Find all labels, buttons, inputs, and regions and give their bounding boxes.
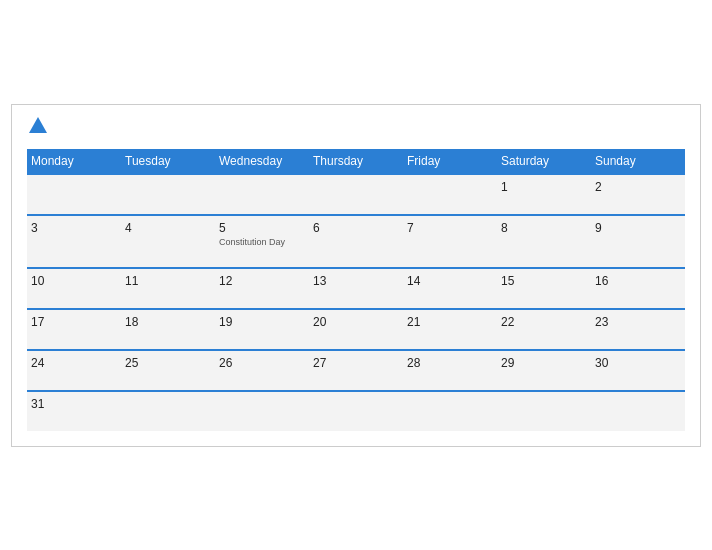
weekday-header: Saturday: [497, 149, 591, 174]
weekday-header: Tuesday: [121, 149, 215, 174]
day-number: 17: [31, 315, 117, 329]
day-number: 12: [219, 274, 305, 288]
day-number: 19: [219, 315, 305, 329]
calendar-cell: 22: [497, 309, 591, 350]
calendar-cell: 27: [309, 350, 403, 391]
calendar-cell: 1: [497, 174, 591, 215]
weekday-header: Monday: [27, 149, 121, 174]
calendar-cell: 23: [591, 309, 685, 350]
calendar-cell: 25: [121, 350, 215, 391]
calendar-cell: [309, 174, 403, 215]
calendar-table: MondayTuesdayWednesdayThursdayFridaySatu…: [27, 149, 685, 431]
day-number: 2: [595, 180, 681, 194]
calendar-cell: 28: [403, 350, 497, 391]
calendar-cell: 3: [27, 215, 121, 268]
calendar-cell: 9: [591, 215, 685, 268]
calendar-cell: 15: [497, 268, 591, 309]
calendar-cell: 31: [27, 391, 121, 431]
day-number: 15: [501, 274, 587, 288]
day-number: 4: [125, 221, 211, 235]
day-number: 22: [501, 315, 587, 329]
calendar-week-row: 345Constitution Day6789: [27, 215, 685, 268]
calendar-cell: 2: [591, 174, 685, 215]
day-number: 5: [219, 221, 305, 235]
calendar-cell: 6: [309, 215, 403, 268]
calendar-cell: 21: [403, 309, 497, 350]
calendar-cell: 29: [497, 350, 591, 391]
calendar-cell: 11: [121, 268, 215, 309]
day-number: 7: [407, 221, 493, 235]
calendar-cell: [309, 391, 403, 431]
calendar-cell: [591, 391, 685, 431]
calendar-cell: 24: [27, 350, 121, 391]
calendar-week-row: 24252627282930: [27, 350, 685, 391]
calendar-cell: [215, 391, 309, 431]
day-number: 11: [125, 274, 211, 288]
calendar-cell: [121, 391, 215, 431]
day-number: 1: [501, 180, 587, 194]
day-number: 18: [125, 315, 211, 329]
day-number: 28: [407, 356, 493, 370]
day-number: 23: [595, 315, 681, 329]
calendar-cell: 20: [309, 309, 403, 350]
logo: [27, 115, 53, 141]
weekday-header: Sunday: [591, 149, 685, 174]
calendar-container: MondayTuesdayWednesdayThursdayFridaySatu…: [11, 104, 701, 447]
calendar-cell: 12: [215, 268, 309, 309]
calendar-cell: 14: [403, 268, 497, 309]
calendar-cell: 4: [121, 215, 215, 268]
calendar-cell: [403, 174, 497, 215]
svg-marker-0: [29, 117, 47, 133]
event-label: Constitution Day: [219, 237, 305, 247]
calendar-cell: 30: [591, 350, 685, 391]
calendar-week-row: 31: [27, 391, 685, 431]
calendar-cell: 16: [591, 268, 685, 309]
calendar-cell: [215, 174, 309, 215]
day-number: 13: [313, 274, 399, 288]
calendar-cell: 18: [121, 309, 215, 350]
day-number: 24: [31, 356, 117, 370]
weekday-header: Friday: [403, 149, 497, 174]
calendar-cell: 26: [215, 350, 309, 391]
day-number: 16: [595, 274, 681, 288]
day-number: 31: [31, 397, 117, 411]
calendar-cell: [121, 174, 215, 215]
day-number: 29: [501, 356, 587, 370]
day-number: 14: [407, 274, 493, 288]
day-number: 20: [313, 315, 399, 329]
day-number: 21: [407, 315, 493, 329]
day-number: 25: [125, 356, 211, 370]
day-number: 27: [313, 356, 399, 370]
weekday-header: Wednesday: [215, 149, 309, 174]
calendar-cell: 19: [215, 309, 309, 350]
logo-icon: [27, 115, 49, 137]
calendar-cell: 8: [497, 215, 591, 268]
calendar-header: [27, 115, 685, 141]
calendar-cell: [27, 174, 121, 215]
calendar-week-row: 17181920212223: [27, 309, 685, 350]
calendar-cell: 13: [309, 268, 403, 309]
day-number: 6: [313, 221, 399, 235]
calendar-cell: 17: [27, 309, 121, 350]
day-number: 30: [595, 356, 681, 370]
day-number: 8: [501, 221, 587, 235]
day-number: 10: [31, 274, 117, 288]
day-number: 26: [219, 356, 305, 370]
calendar-week-row: 10111213141516: [27, 268, 685, 309]
calendar-cell: [403, 391, 497, 431]
calendar-cell: 10: [27, 268, 121, 309]
calendar-cell: [497, 391, 591, 431]
calendar-cell: 7: [403, 215, 497, 268]
calendar-week-row: 12: [27, 174, 685, 215]
weekday-header-row: MondayTuesdayWednesdayThursdayFridaySatu…: [27, 149, 685, 174]
day-number: 9: [595, 221, 681, 235]
calendar-cell: 5Constitution Day: [215, 215, 309, 268]
weekday-header: Thursday: [309, 149, 403, 174]
day-number: 3: [31, 221, 117, 235]
